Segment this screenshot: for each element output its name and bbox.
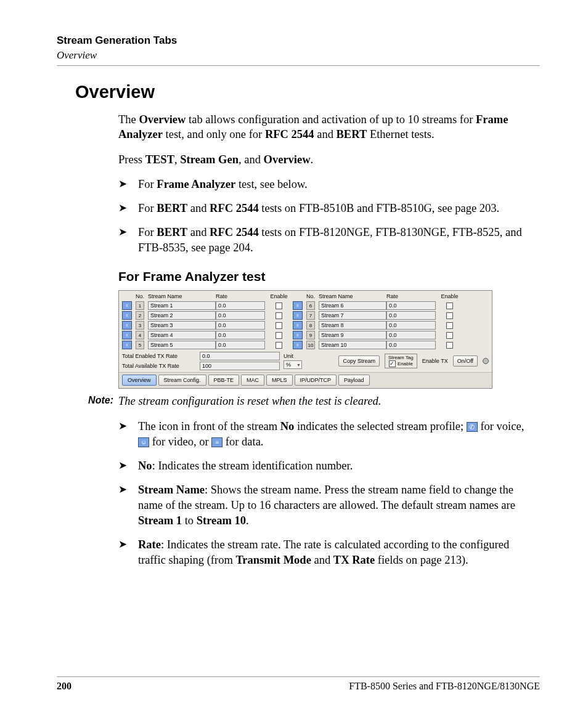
data-icon xyxy=(211,437,223,447)
tab-mac[interactable]: MAC xyxy=(241,375,264,386)
stream-profile-icon[interactable]: ≡ xyxy=(122,321,132,330)
text: for data. xyxy=(223,436,263,448)
unit-dropdown[interactable]: % xyxy=(284,360,302,369)
stream-profile-icon[interactable]: ≡ xyxy=(293,321,303,330)
stream-rate-input[interactable]: 0.0 xyxy=(216,341,265,349)
stream-rate-input[interactable]: 0.0 xyxy=(216,331,265,339)
onoff-button[interactable]: On/Off xyxy=(453,355,478,367)
stream-enable-checkbox[interactable] xyxy=(276,322,282,329)
stream-name-input[interactable]: Stream 6 xyxy=(319,301,386,310)
tab-stream-config-[interactable]: Stream Config. xyxy=(158,375,206,386)
text: For xyxy=(138,226,157,238)
stream-enable-checkbox[interactable] xyxy=(446,312,453,319)
stream-rate-input[interactable]: 0.0 xyxy=(386,311,436,320)
stream-enable-checkbox[interactable] xyxy=(276,302,282,309)
stream-name-input[interactable]: Stream 2 xyxy=(148,311,216,320)
tab-pbb-te[interactable]: PBB-TE xyxy=(208,375,240,386)
stream-rate-input[interactable]: 0.0 xyxy=(216,311,265,320)
stream-name-input[interactable]: Stream 5 xyxy=(148,341,216,349)
stream-no-cell: 6 xyxy=(306,301,315,310)
text: to xyxy=(182,514,197,527)
list-item: Stream Name: Shows the stream name. Pres… xyxy=(118,482,534,529)
stream-name-input[interactable]: Stream 10 xyxy=(319,341,386,349)
stream-enable-checkbox[interactable] xyxy=(446,302,453,309)
text: The xyxy=(118,113,139,126)
header-rule xyxy=(57,65,540,66)
stream-name-input[interactable]: Stream 7 xyxy=(319,311,386,320)
bold: BERT xyxy=(157,202,187,214)
total-available-label: Total Available TX Rate xyxy=(122,363,196,369)
text: For xyxy=(138,178,157,190)
bold: Stream Name xyxy=(138,484,205,496)
stream-rate-input[interactable]: 0.0 xyxy=(386,321,436,330)
stream-tag-checkbox[interactable] xyxy=(389,360,396,367)
bold: Stream 10 xyxy=(197,514,246,527)
text: and xyxy=(187,226,210,238)
stream-rate-input[interactable]: 0.0 xyxy=(216,321,265,330)
text: test, see below. xyxy=(235,178,307,190)
text: , xyxy=(174,153,180,166)
stream-profile-icon[interactable]: ≡ xyxy=(122,311,132,320)
text: . xyxy=(311,153,314,166)
note-text: The stream configuration is reset when t… xyxy=(118,395,540,408)
copy-stream-button[interactable]: Copy Stream xyxy=(338,355,380,367)
stream-rate-input[interactable]: 0.0 xyxy=(386,331,436,339)
stream-name-input[interactable]: Stream 4 xyxy=(148,331,216,339)
stream-profile-icon[interactable]: ≡ xyxy=(122,341,132,349)
stream-name-input[interactable]: Stream 1 xyxy=(148,301,216,310)
stream-enable-checkbox[interactable] xyxy=(446,322,453,329)
stream-profile-icon[interactable]: ≡ xyxy=(122,331,132,339)
tab-mpls[interactable]: MPLS xyxy=(266,375,293,386)
stream-no-cell: 2 xyxy=(136,311,144,320)
text: The icon in front of the stream xyxy=(138,420,280,432)
stream-name-input[interactable]: Stream 8 xyxy=(319,321,386,330)
text: For xyxy=(138,202,157,214)
bold: BERT xyxy=(337,128,367,140)
list-item: No: Indicates the stream identification … xyxy=(118,458,534,474)
bold: Overview xyxy=(139,113,186,126)
doc-title: FTB-8500 Series and FTB-8120NGE/8130NGE xyxy=(349,681,540,692)
text: test, and only one for xyxy=(163,128,265,140)
tab-overview[interactable]: Overview xyxy=(122,375,157,386)
tab-ip-udp-tcp[interactable]: IP/UDP/TCP xyxy=(295,375,337,386)
text: for voice, xyxy=(478,420,525,432)
total-available-value: 100 xyxy=(200,362,280,370)
stream-no-cell: 7 xyxy=(306,311,315,320)
stream-profile-icon[interactable]: ≡ xyxy=(293,311,303,320)
stream-name-input[interactable]: Stream 3 xyxy=(148,321,216,330)
stream-rate-input[interactable]: 0.0 xyxy=(386,341,436,349)
references-list: For Frame Analyzer test, see below. For … xyxy=(118,177,534,256)
status-led-icon xyxy=(483,358,489,364)
tab-payload[interactable]: Payload xyxy=(338,375,370,386)
stream-enable-checkbox[interactable] xyxy=(276,332,282,339)
stream-no-cell: 5 xyxy=(136,341,144,349)
bold: TX Rate xyxy=(333,554,375,566)
stream-no-cell: 8 xyxy=(306,321,315,330)
bold: Overview xyxy=(264,153,311,166)
stream-name-input[interactable]: Stream 9 xyxy=(319,331,386,339)
bold: RFC 2544 xyxy=(210,202,259,214)
section-subtitle: Overview xyxy=(57,49,540,62)
video-icon xyxy=(138,437,149,447)
stream-profile-icon[interactable]: ≡ xyxy=(293,341,303,349)
stream-profile-icon[interactable]: ≡ xyxy=(293,331,303,339)
text: tab allows configuration and activation … xyxy=(186,113,476,126)
stream-tag-enable-label: Enable xyxy=(398,361,413,367)
text: and xyxy=(187,202,210,214)
page-title: Overview xyxy=(75,82,540,102)
stream-enable-checkbox[interactable] xyxy=(446,332,453,339)
stream-no-cell: 10 xyxy=(306,341,315,349)
stream-enable-checkbox[interactable] xyxy=(446,342,453,349)
intro-paragraph-2: Press TEST, Stream Gen, and Overview. xyxy=(118,152,534,167)
note-label: Note: xyxy=(57,395,118,408)
stream-enable-checkbox[interactable] xyxy=(276,342,282,349)
total-enabled-value: 0.0 xyxy=(200,352,280,360)
stream-profile-icon[interactable]: ≡ xyxy=(122,301,132,310)
col-enable: Enable xyxy=(265,293,293,299)
voice-icon xyxy=(467,422,478,432)
stream-rate-input[interactable]: 0.0 xyxy=(216,301,265,310)
stream-enable-checkbox[interactable] xyxy=(276,312,282,319)
stream-profile-icon[interactable]: ≡ xyxy=(293,301,303,310)
page-footer: 200 FTB-8500 Series and FTB-8120NGE/8130… xyxy=(57,676,540,692)
stream-rate-input[interactable]: 0.0 xyxy=(386,301,436,310)
